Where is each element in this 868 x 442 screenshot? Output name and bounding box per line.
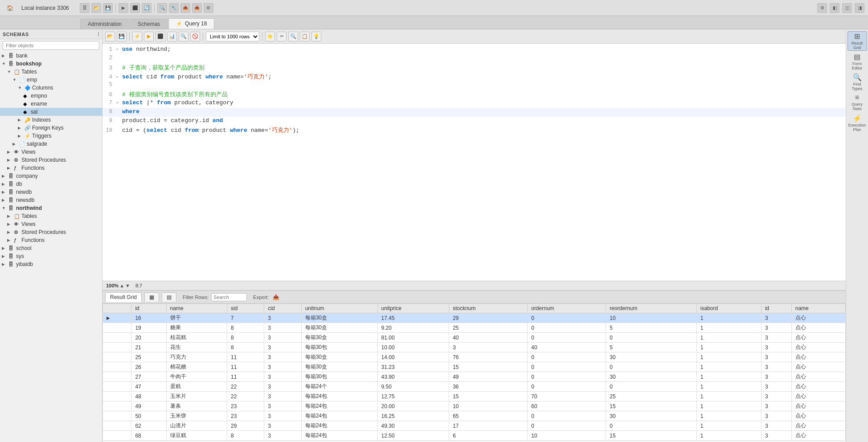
open-icon[interactable]: 📂 [91,3,101,13]
foreignkeys-group-emp[interactable]: ▶ 🔗 Foreign Keys [0,124,102,132]
run-selection-btn[interactable]: ▶ [144,32,154,41]
manage-icon[interactable]: ⚙ [204,3,213,13]
header-unitnum[interactable]: unitnum [301,304,377,313]
header-id[interactable]: id [131,304,166,313]
form-editor-panel-btn[interactable]: ▤ Form Editor [848,52,867,71]
views-group-northwind[interactable]: ▶ 👁 Views [0,220,102,228]
save-icon[interactable]: 💾 [103,3,113,13]
triggers-group-emp[interactable]: ▶ ⚡ Triggers [0,132,102,140]
search-replace-btn[interactable]: ✂ [277,32,287,41]
wrench-icon[interactable]: 🔧 [169,3,179,13]
execution-plan-panel-btn[interactable]: ⚡ Execution Plan [848,113,867,133]
sidebar-collapse-icon[interactable]: ⟨ [98,31,99,37]
tables-group-northwind[interactable]: ▶ 📋 Tables [0,212,102,220]
table-row[interactable]: 25 巧克力 11 3 每箱30盒 14.00 76 0 30 1 3 点心 [103,352,846,362]
storedprocs-group-northwind[interactable]: ▶ ⚙ Stored Procedures [0,228,102,236]
schema-item-bookshop[interactable]: ▼ 🗄 bookshop ▼ 📋 Tables ▼ 📄 emp [0,60,102,172]
editor[interactable]: 1 • use northwind; 2 3 # 子查询，获取某个产品的类别 4 [102,44,846,281]
schema-inspector-btn[interactable]: 💡 [311,32,321,41]
indexes-group-emp[interactable]: ▶ 🔑 Indexes [0,116,102,124]
table-salgrade[interactable]: ▶ 📄 salgrade [0,140,102,148]
search-icon[interactable]: 🔍 [157,3,167,13]
table-row[interactable]: 68 绿豆糕 8 3 每箱24包 12.50 6 10 15 1 3 点心 [103,431,846,441]
table-tab[interactable]: ▤ [162,292,176,302]
table-row[interactable]: 19 糖果 8 3 每箱30盒 9.20 25 0 5 1 3 点心 [103,323,846,333]
stop-icon[interactable]: ⬛ [130,3,140,13]
schema-item-yibaidb[interactable]: ▶ 🗄 yibaidb [0,260,102,268]
explain-visual-btn[interactable]: 🔍 [179,32,188,41]
settings-icon[interactable]: ⚙ [817,3,827,13]
explain-btn[interactable]: 📊 [167,32,177,41]
table-row[interactable]: 21 花生 8 3 每箱30包 10.00 3 40 5 1 3 点心 [103,343,846,352]
open-query-btn[interactable]: 📂 [105,32,115,41]
result-grid-tab[interactable]: Result Grid [105,292,142,302]
table-row[interactable]: 49 薯条 23 3 每箱24包 20.00 10 60 15 1 3 点心 [103,401,846,411]
export-button[interactable]: 📤 [271,292,281,302]
table-row[interactable]: 50 玉米饼 23 3 每箱24包 16.25 65 0 30 1 3 点心 [103,411,846,421]
schema-item-school[interactable]: ▶ 🗄 school [0,244,102,252]
header-name2[interactable]: name [791,304,845,313]
columns-group-emp[interactable]: ▼ 🔷 Columns [0,84,102,92]
functions-group-northwind[interactable]: ▶ ƒ Functions [0,236,102,244]
schema-item-newdb[interactable]: ▶ 🗄 newdb [0,188,102,196]
new-connection-icon[interactable]: 🗄 [80,3,90,13]
result-grid-panel-btn[interactable]: ⊞ Result Grid [848,31,867,51]
header-isabord[interactable]: isabord [696,304,761,313]
table-row[interactable]: 27 牛肉干 11 3 每箱30包 43.90 49 0 30 1 3 点心 [103,372,846,382]
views-group-bookshop[interactable]: ▶ 👁 Views [0,148,102,156]
result-table-wrap[interactable]: id name sid cid unitnum unitprice stockn… [102,303,846,442]
header-ordernum[interactable]: ordernum [528,304,606,313]
table-row[interactable]: 48 玉米片 22 3 每箱24包 12.75 15 70 25 1 3 点心 [103,392,846,401]
query-stats-panel-btn[interactable]: ≡ Query Stats [848,93,867,112]
administration-tab[interactable]: Administration [80,19,129,29]
table-row[interactable]: ▶ 16 饼干 7 3 每箱30盒 17.45 29 0 10 1 3 点心 [103,313,846,323]
table-row[interactable]: 26 棉花糖 11 3 每箱30盒 31.23 15 0 0 1 3 点心 [103,362,846,372]
schema-item-company[interactable]: ▶ 🗄 company [0,172,102,180]
table-row[interactable]: 20 桂花糕 8 3 每箱30盒 81.00 40 0 0 1 3 点心 [103,333,846,343]
schema-item-db[interactable]: ▶ 🗄 db [0,180,102,188]
schema-item-sys[interactable]: ▶ 🗄 sys [0,252,102,260]
tables-group-bookshop[interactable]: ▼ 📋 Tables [0,68,102,76]
header-id2[interactable]: id [761,304,791,313]
limit-select[interactable]: Limit to 1000 rows Limit to 100 rows [206,32,259,41]
save-query-btn[interactable]: 💾 [117,32,127,41]
header-stocknum[interactable]: stocknum [449,304,528,313]
schema-item-northwind[interactable]: ▼ 🗄 northwind ▶ 📋 Tables ▶ 👁 Views [0,204,102,244]
home-icon[interactable]: 🏠 [4,2,16,14]
storedprocs-group-bookshop[interactable]: ▶ ⚙ Stored Procedures [0,156,102,164]
toggle-results-btn[interactable]: ⭐ [265,32,275,41]
table-emp[interactable]: ▼ 📄 emp [0,76,102,84]
table-row[interactable]: 47 蛋糕 22 3 每箱24个 9.50 36 0 0 1 3 点心 [103,382,846,392]
form-editor-tab[interactable]: ▦ [144,292,159,302]
column-sal[interactable]: ◆ sal [0,108,102,116]
find-btn[interactable]: 🔍 [288,32,298,41]
functions-group-bookshop[interactable]: ▶ ƒ Functions [0,164,102,172]
header-cid[interactable]: cid [264,304,301,313]
export-icon[interactable]: 📤 [180,3,190,13]
header-name[interactable]: name [166,304,227,313]
schema-item-newsdb[interactable]: ▶ 🗄 newsdb [0,196,102,204]
column-ename[interactable]: ◆ ename [0,100,102,108]
header-reordernum[interactable]: reordernum [606,304,697,313]
run-query-btn[interactable]: ⚡ [132,32,142,41]
schema-filter-input[interactable] [3,41,99,50]
stop-query-btn[interactable]: ⬛ [156,32,165,41]
refresh-icon[interactable]: 🔄 [142,3,151,13]
zoom-up-icon[interactable]: ▲ [119,283,124,288]
layout2-icon[interactable]: ◫ [842,3,852,13]
header-unitprice[interactable]: unitprice [377,304,449,313]
layout1-icon[interactable]: ◧ [830,3,839,13]
schema-item-bank[interactable]: ▶ 🗄 bank [0,52,102,60]
run-icon[interactable]: ▶ [119,3,128,13]
schemas-tab[interactable]: Schemas [130,19,168,29]
zoom-down-icon[interactable]: ▼ [125,283,130,288]
import-icon[interactable]: 📥 [192,3,202,13]
table-row[interactable]: 62 山渣片 29 3 每箱24包 49.30 17 0 0 1 3 点心 [103,421,846,431]
header-sid[interactable]: sid [227,304,264,313]
column-empno[interactable]: ◆ empno [0,92,102,100]
filter-rows-input[interactable] [211,293,247,301]
inspector-btn[interactable]: 📋 [300,32,310,41]
layout3-icon[interactable]: ◨ [855,3,864,13]
find-types-panel-btn[interactable]: 🔍 Find Types [848,72,867,92]
stop-execution-btn[interactable]: 🚫 [190,32,200,41]
